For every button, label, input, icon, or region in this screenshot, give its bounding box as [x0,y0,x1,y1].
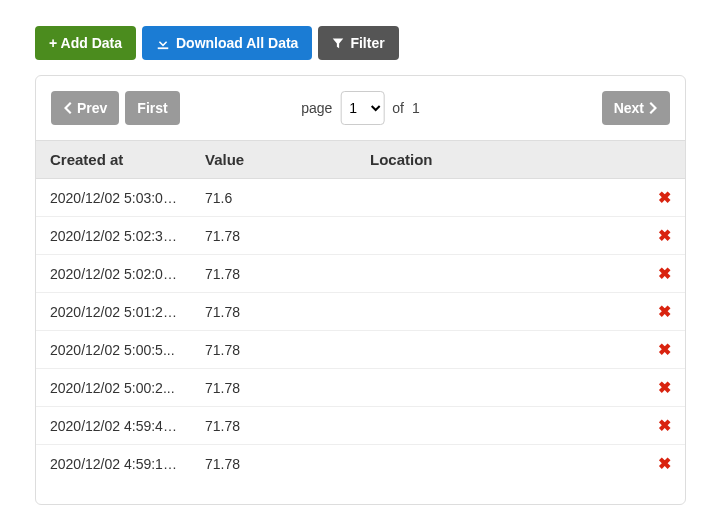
filter-button[interactable]: Filter [318,26,398,60]
table-row: 2020/12/02 5:00:2...71.78✖ [36,369,685,407]
cell-location [356,407,644,445]
cell-delete: ✖ [644,217,685,255]
status-line: Record 1 through 8 of 8 (100.00% loaded) [35,505,686,509]
total-pages: 1 [412,100,420,116]
data-panel: Prev First page 1 of 1 Next [35,75,686,505]
download-label: Download All Data [176,35,298,51]
delete-icon[interactable]: ✖ [658,265,671,282]
page-indicator: page 1 of 1 [301,91,420,125]
cell-location [356,293,644,331]
cell-delete: ✖ [644,331,685,369]
delete-icon[interactable]: ✖ [658,379,671,396]
prev-label: Prev [77,100,107,116]
cell-value: 71.78 [191,407,356,445]
header-value[interactable]: Value [191,141,356,179]
first-button[interactable]: First [125,91,179,125]
download-all-button[interactable]: Download All Data [142,26,312,60]
filter-icon [332,37,344,49]
first-label: First [137,100,167,116]
cell-delete: ✖ [644,445,685,483]
cell-location [356,217,644,255]
chevron-right-icon [648,102,658,114]
page-select[interactable]: 1 [340,91,384,125]
cell-value: 71.78 [191,445,356,483]
cell-delete: ✖ [644,407,685,445]
header-actions [644,141,685,179]
delete-icon[interactable]: ✖ [658,303,671,320]
header-location[interactable]: Location [356,141,644,179]
cell-delete: ✖ [644,293,685,331]
cell-created-at: 2020/12/02 5:03:07... [36,179,191,217]
header-created-at[interactable]: Created at [36,141,191,179]
cell-location [356,179,644,217]
table-row: 2020/12/02 5:03:07...71.6✖ [36,179,685,217]
cell-value: 71.6 [191,179,356,217]
cell-location [356,369,644,407]
delete-icon[interactable]: ✖ [658,455,671,472]
next-label: Next [614,100,644,116]
action-toolbar: + Add Data Download All Data Filter [35,26,686,60]
cell-location [356,445,644,483]
data-table: Created at Value Location 2020/12/02 5:0… [36,140,685,482]
chevron-left-icon [63,102,73,114]
delete-icon[interactable]: ✖ [658,189,671,206]
cell-created-at: 2020/12/02 5:01:28... [36,293,191,331]
pagination-bar: Prev First page 1 of 1 Next [36,76,685,140]
cell-created-at: 2020/12/02 5:00:5... [36,331,191,369]
cell-location [356,255,644,293]
cell-value: 71.78 [191,255,356,293]
table-row: 2020/12/02 5:02:01...71.78✖ [36,255,685,293]
table-row: 2020/12/02 5:00:5...71.78✖ [36,331,685,369]
cell-value: 71.78 [191,331,356,369]
table-header-row: Created at Value Location [36,141,685,179]
prev-button[interactable]: Prev [51,91,119,125]
cell-value: 71.78 [191,293,356,331]
delete-icon[interactable]: ✖ [658,227,671,244]
cell-created-at: 2020/12/02 5:00:2... [36,369,191,407]
filter-label: Filter [350,35,384,51]
delete-icon[interactable]: ✖ [658,417,671,434]
table-row: 2020/12/02 5:02:34...71.78✖ [36,217,685,255]
cell-delete: ✖ [644,369,685,407]
cell-delete: ✖ [644,255,685,293]
cell-created-at: 2020/12/02 4:59:49... [36,407,191,445]
cell-value: 71.78 [191,217,356,255]
cell-created-at: 2020/12/02 4:59:16... [36,445,191,483]
download-icon [156,36,170,50]
cell-value: 71.78 [191,369,356,407]
cell-created-at: 2020/12/02 5:02:34... [36,217,191,255]
table-row: 2020/12/02 4:59:16...71.78✖ [36,445,685,483]
cell-created-at: 2020/12/02 5:02:01... [36,255,191,293]
table-row: 2020/12/02 5:01:28...71.78✖ [36,293,685,331]
cell-delete: ✖ [644,179,685,217]
cell-location [356,331,644,369]
of-word: of [392,100,404,116]
add-data-button[interactable]: + Add Data [35,26,136,60]
add-data-label: + Add Data [49,35,122,51]
delete-icon[interactable]: ✖ [658,341,671,358]
page-word: page [301,100,332,116]
table-row: 2020/12/02 4:59:49...71.78✖ [36,407,685,445]
next-button[interactable]: Next [602,91,670,125]
